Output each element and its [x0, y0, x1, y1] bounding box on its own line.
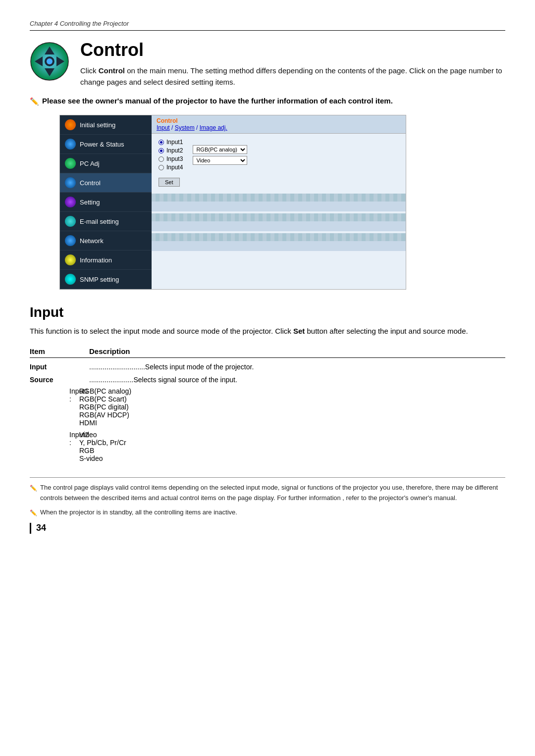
network-icon: [65, 235, 76, 246]
ui-sidebar: Initial setting Power & Status PC Adj Co…: [60, 115, 152, 289]
input2-val-0: Video: [79, 431, 505, 439]
col-item-header: Item: [30, 347, 89, 355]
control-note: Please see the owner's manual of the pro…: [30, 97, 505, 106]
footer-divider: [30, 477, 505, 478]
section-title: Control: [80, 40, 505, 60]
col-desc-header: Description: [89, 347, 505, 355]
footer-note-2: When the projector is in standby, all th…: [30, 507, 505, 518]
radio-input4-circle: [159, 165, 164, 170]
def-input: Selects input mode of the projector.: [145, 362, 505, 373]
svg-point-6: [47, 58, 53, 64]
sidebar-label-email: E-mail setting: [80, 218, 119, 225]
chapter-header: Chapter 4 Controlling the Projector: [30, 20, 505, 31]
footer-note-1-text: The control page displays valid control …: [40, 483, 505, 504]
sidebar-label-power: Power & Status: [80, 141, 124, 148]
dots-input: .............................: [89, 362, 145, 373]
input1-val-2: RGB(PC digital): [79, 403, 505, 411]
input1-val-0: RGB(PC analog): [79, 387, 505, 395]
breadcrumb-system[interactable]: System: [175, 124, 195, 131]
footer-notes: The control page displays valid control …: [30, 483, 505, 518]
email-setting-icon: [65, 216, 76, 227]
input2-val-1: Y, Pb/Cb, Pr/Cr: [79, 439, 505, 447]
control-icon: [30, 42, 69, 81]
control-text: Control Click Control on the main menu. …: [80, 40, 505, 88]
sidebar-label-setting: Setting: [80, 199, 100, 206]
radio-input1[interactable]: Input1: [159, 139, 183, 146]
setting-icon: [65, 197, 76, 207]
input-section-body: This function is to select the input mod…: [30, 325, 505, 337]
input-section-title: Input: [30, 304, 505, 320]
sub-input1: Input1 : RGB(PC analog) RGB(PC Scart) RG…: [30, 387, 505, 427]
table-row-source: Source ....................... Selects s…: [30, 375, 505, 386]
sidebar-item-power-status[interactable]: Power & Status: [60, 135, 152, 154]
sidebar-label-control: Control: [80, 179, 101, 187]
gap-3: [152, 241, 406, 251]
control-description: Click Control on the main menu. The sett…: [80, 65, 505, 88]
input-section: Input This function is to select the inp…: [30, 304, 505, 462]
radio-input4-label: Input4: [166, 164, 183, 171]
source-input2-select[interactable]: Video Y, Pb/Cb, Pr/Cr RGB S-video: [193, 156, 247, 165]
table-row-input: Input ............................. Sele…: [30, 362, 505, 373]
breadcrumb-input[interactable]: Input: [157, 124, 170, 131]
initial-setting-icon: [65, 119, 76, 130]
sidebar-item-email-setting[interactable]: E-mail setting: [60, 212, 152, 231]
sidebar-label-snmp: SNMP setting: [80, 276, 119, 283]
sub-input2-key: Input2 :: [30, 431, 79, 462]
ui-main-header: Control Input / System / Image adj.: [152, 115, 406, 134]
radio-input3-circle: [159, 156, 164, 162]
set-button[interactable]: Set: [159, 178, 180, 187]
radio-input4[interactable]: Input4: [159, 164, 183, 171]
sub-input1-key: Input1 :: [30, 387, 79, 427]
input1-val-4: HDMI: [79, 419, 505, 427]
def-source: Selects signal source of the input.: [133, 375, 505, 386]
radio-input3[interactable]: Input3: [159, 155, 183, 162]
radio-input2-label: Input2: [166, 147, 183, 154]
control-icon-sidebar: [65, 177, 76, 188]
sidebar-item-network[interactable]: Network: [60, 231, 152, 251]
term-source: Source: [30, 375, 89, 386]
sidebar-item-control[interactable]: Control: [60, 173, 152, 193]
table-rows: Input ............................. Sele…: [30, 362, 505, 385]
sub-input2: Input2 : Video Y, Pb/Cb, Pr/Cr RGB S-vid…: [30, 431, 505, 462]
footer-note-1: The control page displays valid control …: [30, 483, 505, 504]
breadcrumb: Input / System / Image adj.: [157, 124, 227, 131]
sidebar-label-initial: Initial setting: [80, 121, 115, 129]
radio-group: Input1 Input2 Input3 Input4: [159, 139, 183, 171]
dots-source: .......................: [89, 375, 133, 386]
page-number: 34: [30, 523, 46, 534]
radio-input3-label: Input3: [166, 155, 183, 162]
breadcrumb-image-adj[interactable]: Image adj.: [200, 124, 227, 131]
source-input1-select[interactable]: RGB(PC analog) RGB(PC Scart) RGB(PC digi…: [193, 145, 247, 154]
sub-input1-values: RGB(PC analog) RGB(PC Scart) RGB(PC digi…: [79, 387, 505, 427]
ui-title: Control: [157, 117, 178, 124]
sidebar-item-setting[interactable]: Setting: [60, 193, 152, 212]
sub-input2-values: Video Y, Pb/Cb, Pr/Cr RGB S-video: [79, 431, 505, 462]
pc-adj-icon: [65, 158, 76, 169]
term-input: Input: [30, 362, 89, 373]
table-header: Item Description: [30, 347, 505, 358]
power-status-icon: [65, 139, 76, 150]
sidebar-item-pc-adj[interactable]: PC Adj: [60, 154, 152, 173]
input2-val-2: RGB: [79, 447, 505, 454]
page-number-area: 34: [30, 523, 505, 534]
ui-main-content: Input1 Input2 Input3 Input4: [152, 134, 406, 192]
radio-input2[interactable]: Input2: [159, 147, 183, 154]
sidebar-item-snmp[interactable]: SNMP setting: [60, 270, 152, 289]
sidebar-item-initial-setting[interactable]: Initial setting: [60, 115, 152, 135]
information-icon: [65, 254, 76, 265]
input1-val-3: RGB(AV HDCP): [79, 411, 505, 419]
gap-2: [152, 221, 406, 231]
input1-val-1: RGB(PC Scart): [79, 395, 505, 403]
sidebar-item-information[interactable]: Information: [60, 251, 152, 270]
set-button-area: Set: [159, 175, 399, 187]
sidebar-label-pc-adj: PC Adj: [80, 160, 100, 167]
ui-main-panel: Control Input / System / Image adj. Inpu…: [152, 115, 406, 289]
input-rows: Input1 Input2 Input3 Input4: [159, 139, 399, 171]
sidebar-label-network: Network: [80, 237, 104, 245]
radio-input1-label: Input1: [166, 139, 183, 146]
input2-val-3: S-video: [79, 454, 505, 462]
chapter-title: Chapter 4 Controlling the Projector: [30, 20, 129, 27]
footer-note-2-text: When the projector is in standby, all th…: [40, 507, 237, 518]
stripe-1: [152, 194, 406, 202]
snmp-icon: [65, 274, 76, 285]
